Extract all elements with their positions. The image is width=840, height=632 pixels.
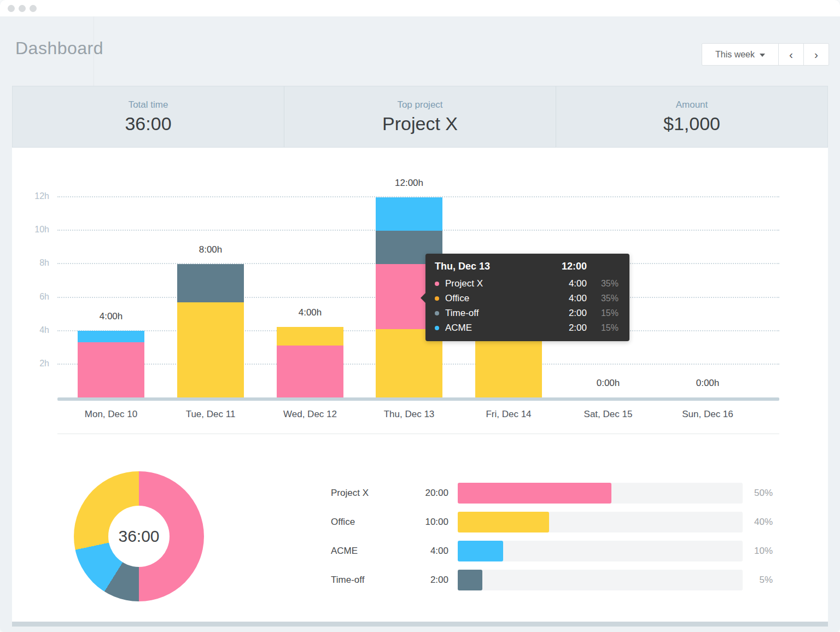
- bar-total-label: 0:00h: [674, 378, 741, 389]
- project-bar-fill[interactable]: [458, 570, 482, 590]
- project-color-dot-icon: [435, 282, 439, 286]
- project-bar-track: [458, 541, 743, 561]
- project-time-value: 2:00: [386, 570, 448, 590]
- tooltip-date: Thu, Dec 13: [435, 261, 543, 272]
- project-bar-track: [458, 512, 743, 532]
- tooltip-project-label: Time-off: [445, 308, 479, 319]
- bar-segment[interactable]: [376, 197, 442, 231]
- project-color-dot-icon: [435, 326, 439, 330]
- tooltip-row: ACME2:0015%: [435, 320, 619, 335]
- tooltip-row: Office4:0035%: [435, 291, 619, 306]
- bar-segment[interactable]: [277, 327, 343, 346]
- y-axis-label: 4h: [22, 325, 49, 335]
- summary-card-label: Top project: [397, 100, 442, 110]
- window-control-icon[interactable]: [19, 5, 26, 12]
- y-axis-label: 8h: [22, 258, 49, 268]
- period-selector[interactable]: This week: [702, 44, 779, 65]
- chart-tooltip: Thu, Dec 13 12:00 Project X4:0035%Office…: [425, 254, 629, 341]
- tooltip-project-label: Office: [445, 293, 469, 304]
- tooltip-percent-value: 15%: [587, 308, 619, 318]
- project-row: ACME4:0010%: [331, 541, 773, 561]
- summary-card-value: Project X: [382, 113, 458, 134]
- bar-total-label: 4:00h: [78, 311, 144, 322]
- chevron-down-icon: [760, 54, 765, 57]
- bar-total-label: 0:00h: [575, 378, 641, 389]
- panel-bottom-edge: [12, 622, 828, 627]
- tooltip-time-value: 4:00: [543, 278, 587, 289]
- project-bar-fill[interactable]: [458, 541, 503, 561]
- project-name-label: Office: [331, 512, 355, 532]
- project-row: Time-off2:005%: [331, 570, 773, 590]
- x-axis-label: Wed, Dec 12: [260, 409, 360, 420]
- x-axis-line: [57, 397, 779, 401]
- window-control-icon[interactable]: [8, 5, 15, 12]
- prev-week-button[interactable]: ‹: [779, 44, 804, 65]
- tooltip-row: Project X4:0035%: [435, 276, 619, 291]
- tooltip-percent-value: 35%: [587, 294, 619, 303]
- summary-card-top-project: Top project Project X: [284, 86, 556, 147]
- project-time-value: 20:00: [386, 483, 448, 504]
- summary-card-value: 36:00: [125, 113, 171, 134]
- y-axis-label: 12h: [22, 191, 49, 201]
- project-name-label: ACME: [331, 541, 358, 561]
- project-percent-label: 50%: [732, 483, 773, 504]
- period-selector-label: This week: [715, 50, 755, 60]
- project-time-value: 4:00: [386, 541, 448, 561]
- summary-card-label: Amount: [676, 100, 708, 110]
- x-axis-label: Mon, Dec 10: [61, 409, 161, 420]
- x-axis-label: Thu, Dec 13: [359, 409, 459, 420]
- tooltip-project-name: ACME: [435, 323, 543, 333]
- section-divider: [57, 434, 779, 434]
- bar-segment[interactable]: [78, 342, 144, 397]
- tooltip-time-value: 2:00: [543, 308, 587, 319]
- tooltip-total: 12:00: [543, 261, 587, 272]
- project-row: Office10:0040%: [331, 512, 773, 532]
- bar-total-label: 4:00h: [277, 307, 343, 318]
- chevron-right-icon: ›: [814, 48, 818, 61]
- bar-segment[interactable]: [78, 331, 144, 342]
- x-axis-label: Tue, Dec 11: [161, 409, 260, 420]
- next-week-button[interactable]: ›: [804, 44, 829, 65]
- project-bar-track: [458, 483, 743, 504]
- summary-card-value: $1,000: [663, 113, 720, 134]
- bar-segment[interactable]: [177, 302, 244, 397]
- project-percent-label: 40%: [732, 512, 773, 532]
- project-row: Project X20:0050%: [331, 483, 773, 504]
- y-axis-label: 6h: [22, 292, 49, 302]
- tooltip-project-label: ACME: [445, 323, 472, 333]
- chevron-left-icon: ‹: [789, 48, 793, 61]
- summary-card-total-time: Total time 36:00: [13, 86, 284, 147]
- project-color-dot-icon: [435, 311, 439, 315]
- project-bar-fill[interactable]: [458, 483, 611, 504]
- y-axis-label: 2h: [22, 359, 49, 368]
- tooltip-project-name: Time-off: [435, 308, 543, 319]
- project-name-label: Time-off: [331, 570, 364, 590]
- bar-segment[interactable]: [177, 264, 244, 302]
- page-title: Dashboard: [15, 38, 103, 58]
- tooltip-arrow-icon: [421, 293, 425, 303]
- x-axis-label: Sun, Dec 16: [658, 409, 757, 420]
- project-time-value: 10:00: [386, 512, 448, 532]
- project-percent-label: 10%: [732, 541, 773, 561]
- project-percent-label: 5%: [732, 570, 773, 590]
- project-color-dot-icon: [435, 296, 439, 301]
- tooltip-project-name: Office: [435, 293, 543, 304]
- summary-strip: Total time 36:00 Top project Project X A…: [12, 86, 828, 148]
- tooltip-time-value: 4:00: [543, 293, 587, 304]
- screen: Dashboard This week ‹ › Total time 36:00…: [0, 0, 840, 632]
- bar-total-label: 8:00h: [177, 244, 244, 255]
- donut-chart[interactable]: 36:00: [74, 471, 204, 601]
- y-axis-label: 10h: [22, 225, 49, 235]
- tooltip-percent-value: 15%: [587, 323, 619, 333]
- app-window: Dashboard This week ‹ › Total time 36:00…: [0, 0, 840, 632]
- bar-segment[interactable]: [277, 346, 343, 397]
- summary-card-label: Total time: [129, 100, 168, 110]
- project-bar-fill[interactable]: [458, 512, 549, 532]
- bar-total-label: 12:00h: [376, 178, 442, 189]
- project-name-label: Project X: [331, 483, 369, 504]
- x-axis-label: Fri, Dec 14: [459, 409, 558, 420]
- donut-center-label: 36:00: [118, 527, 159, 546]
- window-control-icon[interactable]: [30, 5, 37, 12]
- tooltip-percent-value: 35%: [587, 279, 619, 289]
- project-bar-track: [458, 570, 743, 590]
